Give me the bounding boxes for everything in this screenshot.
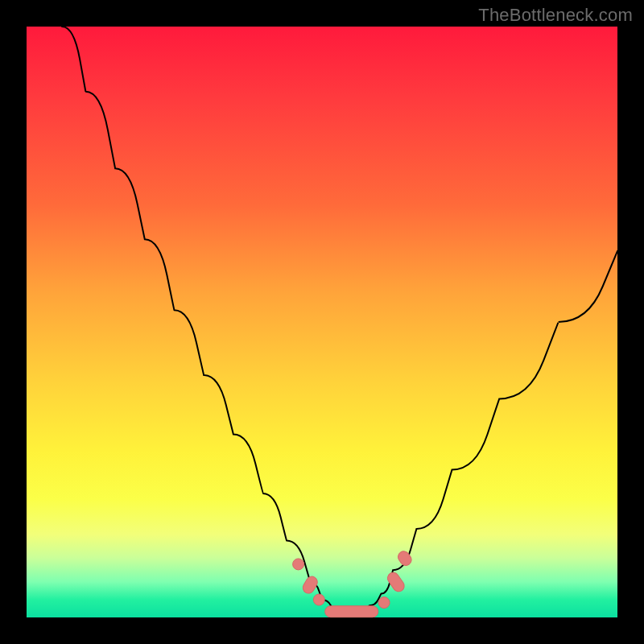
marker-layer [293, 549, 414, 617]
chart-frame: TheBottleneck.com [0, 0, 644, 644]
marker-pill [386, 570, 407, 593]
marker-dot [293, 559, 304, 570]
bottleneck-curve [62, 27, 617, 612]
marker-dot [313, 594, 324, 605]
marker-dot [378, 597, 390, 609]
curve-path [62, 27, 617, 612]
marker-pill [301, 575, 320, 596]
watermark-text: TheBottleneck.com [478, 5, 633, 26]
chart-overlay [0, 0, 644, 644]
marker-pill [396, 549, 414, 568]
marker-pill [325, 606, 378, 617]
